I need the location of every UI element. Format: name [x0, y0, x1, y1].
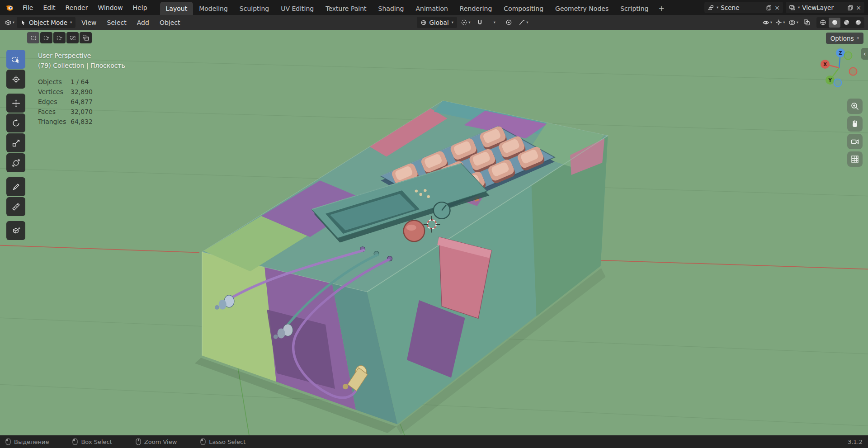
gizmo-z-label: Z [839, 51, 842, 56]
show-overlays-dropdown[interactable]: ▾ [788, 17, 799, 28]
workspace-tab-compositing[interactable]: Compositing [498, 2, 549, 15]
stat-objects: Objects 1 / 64 [38, 77, 125, 87]
camera-view-button[interactable] [847, 134, 863, 149]
zoom-button[interactable] [847, 99, 863, 114]
duplicate-icon[interactable] [766, 5, 772, 11]
menu-window[interactable]: Window [93, 2, 127, 14]
duplicate-icon[interactable] [847, 5, 854, 11]
stat-label: Vertices [38, 87, 71, 97]
menu-view[interactable]: View [77, 17, 101, 28]
tool-cursor-button[interactable] [6, 70, 25, 89]
workspace-tab-texture-paint[interactable]: Texture Paint [320, 2, 372, 15]
workspace-tab-scripting[interactable]: Scripting [614, 2, 654, 15]
shading-solid-button[interactable] [829, 18, 840, 28]
navigation-gizmo[interactable]: Z X Y [816, 45, 862, 90]
mouse-left-drag-icon [72, 438, 78, 445]
gizmo-x-negative[interactable] [849, 68, 857, 75]
stat-triangles: Triangles 64,832 [38, 117, 125, 127]
tool-add-cube-button[interactable] [6, 221, 25, 240]
workspace-tab-layout[interactable]: Layout [160, 2, 193, 15]
mode-selector[interactable]: Object Mode ▾ [17, 17, 75, 28]
select-mode-subtract-button[interactable] [53, 32, 66, 43]
falloff-dropdown[interactable]: ▾ [518, 17, 529, 28]
shading-material-button[interactable] [840, 18, 852, 28]
topbar: File Edit Render Window Help Layout Mode… [0, 0, 868, 15]
orientation-selector[interactable]: Global ▾ [417, 17, 457, 28]
pan-button[interactable] [847, 116, 863, 132]
chevron-down-icon: ▾ [783, 20, 785, 24]
snap-dropdown[interactable]: ▾ [489, 17, 500, 28]
status-hint-label: Выделение [14, 439, 49, 445]
stat-vertices: Vertices 32,890 [38, 87, 125, 97]
collapse-icon: ‹ [863, 50, 866, 57]
active-collection-label: (79) Collection | Плоскость [38, 61, 125, 71]
status-hint-select: Выделение [5, 438, 49, 445]
object-visibility-dropdown[interactable]: ▾ [761, 17, 773, 28]
move-icon [12, 99, 20, 108]
workspace-tab-animation[interactable]: Animation [410, 2, 453, 15]
ortho-toggle-button[interactable] [847, 151, 863, 167]
phone-model [195, 101, 608, 434]
select-box-icon [12, 55, 20, 64]
tool-transform-button[interactable] [6, 153, 25, 172]
gizmo-x-label: X [823, 62, 827, 67]
status-hint-lasso: Lasso Select [200, 438, 245, 445]
eye-icon [762, 19, 769, 26]
gizmo-z-negative[interactable] [834, 79, 842, 87]
viewport-overlay-text: User Perspective (79) Collection | Плоск… [38, 51, 125, 127]
menu-help[interactable]: Help [128, 2, 152, 14]
select-mode-intersect-button[interactable] [80, 32, 92, 43]
shading-wireframe-button[interactable] [817, 18, 829, 28]
unlink-icon[interactable]: × [774, 4, 780, 11]
menu-file[interactable]: File [18, 2, 38, 14]
menu-object[interactable]: Object [155, 17, 185, 28]
tool-scale-button[interactable] [6, 133, 25, 152]
menu-render[interactable]: Render [61, 2, 93, 14]
remove-icon[interactable]: × [856, 4, 861, 11]
workspace-tab-shading[interactable]: Shading [373, 2, 410, 15]
tool-annotate-button[interactable] [6, 177, 25, 196]
view-perspective-label: User Perspective [38, 51, 125, 61]
xray-toggle[interactable] [801, 17, 812, 28]
workspace-tab-rendering[interactable]: Rendering [454, 2, 498, 15]
workspace-tab-geometry-nodes[interactable]: Geometry Nodes [549, 2, 614, 15]
select-mode-new-button[interactable] [27, 32, 39, 43]
show-gizmo-dropdown[interactable]: ▾ [774, 17, 786, 28]
pivot-point-dropdown[interactable]: ▾ [460, 17, 472, 28]
stat-label: Edges [38, 97, 71, 107]
mode-label: Object Mode [29, 19, 67, 26]
rotate-icon [12, 119, 20, 127]
tool-move-button[interactable] [6, 94, 25, 113]
workspace-tab-modeling[interactable]: Modeling [193, 2, 234, 15]
status-hint-label: Lasso Select [209, 439, 245, 445]
view-layer-selector[interactable]: ▾ ViewLayer × [786, 2, 864, 13]
scene-icon [708, 4, 714, 11]
proportional-editing-toggle[interactable] [503, 17, 515, 28]
tool-select-box-button[interactable] [6, 50, 25, 69]
blender-logo-menu[interactable] [4, 2, 15, 14]
menu-add[interactable]: Add [132, 17, 154, 28]
editor-type-button[interactable]: ▾ [4, 17, 15, 28]
workspace-tab-sculpting[interactable]: Sculpting [234, 2, 275, 15]
snap-toggle[interactable] [474, 17, 486, 28]
statusbar: Выделение Box Select Zoom View Lasso Sel… [0, 435, 868, 448]
workspace-tab-uv-editing[interactable]: UV Editing [275, 2, 320, 15]
chevron-down-icon: ▾ [857, 36, 859, 40]
options-label: Options [830, 35, 854, 42]
menu-edit[interactable]: Edit [38, 2, 60, 14]
sidebar-toggle[interactable]: ‹ [861, 48, 868, 60]
material-sphere-icon [843, 19, 850, 26]
3d-viewport[interactable]: Options ▾ [0, 30, 868, 435]
shading-rendered-button[interactable] [852, 18, 864, 28]
menu-select[interactable]: Select [103, 17, 131, 28]
tool-rotate-button[interactable] [6, 113, 25, 132]
options-button[interactable]: Options ▾ [826, 33, 863, 44]
gizmo-y-negative[interactable] [844, 52, 852, 60]
scene-selector[interactable]: ▾ Scene × [704, 2, 783, 13]
add-workspace-button[interactable]: + [654, 2, 668, 15]
select-mode-extend-button[interactable] [40, 32, 52, 43]
rendered-sphere-icon [855, 19, 862, 26]
chevron-down-icon: ▾ [452, 20, 453, 24]
tool-measure-button[interactable] [6, 197, 25, 216]
select-mode-invert-button[interactable] [66, 32, 79, 43]
